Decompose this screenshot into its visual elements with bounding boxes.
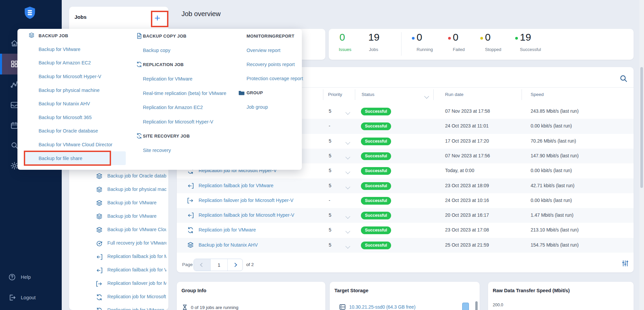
jobs-tree-item-label[interactable]: Backup job for physical machine: [107, 187, 166, 192]
menu-item-job-group[interactable]: Job group: [238, 100, 305, 114]
status-filter-chevron-icon[interactable]: [425, 93, 428, 99]
column-settings-icon[interactable]: [621, 259, 629, 267]
jobs-tree-item-label[interactable]: Backup job for VMware: [107, 213, 166, 219]
menu-item-label[interactable]: Backup for Oracle database: [39, 128, 98, 134]
menu-item-replication-for-amazon-ec2[interactable]: Replication for Amazon EC2: [136, 100, 246, 115]
jobs-tree-item[interactable]: Backup job for VMware: [69, 210, 168, 223]
priority-value[interactable]: 5: [329, 227, 337, 232]
help-icon[interactable]: [8, 273, 16, 281]
jobs-tree-item-label[interactable]: Backup job for Oracle database: [107, 173, 166, 178]
jobs-tree-item[interactable]: Full recovery job for VMware Cloud: [69, 237, 168, 250]
menu-item-label[interactable]: Backup for Nutanix AHV: [39, 101, 90, 106]
menu-item-label[interactable]: Backup for Amazon EC2: [39, 60, 91, 65]
jobs-tree-item-label[interactable]: Replication failback job for VMware: [107, 267, 166, 272]
jobs-tree-item-label[interactable]: Replication failover job for Microsoft: [107, 280, 166, 286]
next-page-button[interactable]: [227, 259, 242, 271]
priority-chevron-icon[interactable]: [346, 109, 350, 115]
menu-item-backup-copy[interactable]: Backup copy: [136, 43, 246, 58]
priority-value[interactable]: 5: [329, 212, 337, 218]
priority-chevron-icon[interactable]: [346, 139, 350, 145]
menu-item-real-time-replication-beta-for-vmware[interactable]: Real-time replication (beta) for VMware: [136, 86, 246, 100]
menu-item-label[interactable]: Replication for Amazon EC2: [143, 105, 203, 110]
job-name-link[interactable]: Replication job for VMware: [199, 227, 256, 232]
jobs-tree-item-label[interactable]: Replication failback job for Microsoft: [107, 254, 166, 259]
status-badge: Successful: [361, 138, 391, 145]
priority-value[interactable]: 5: [329, 153, 337, 158]
priority-value[interactable]: -: [329, 198, 337, 203]
menu-item-overview-report[interactable]: Overview report: [238, 43, 305, 57]
menu-item-label[interactable]: Job group: [247, 104, 268, 110]
storage-scrollbar[interactable]: [475, 301, 478, 310]
job-name-link[interactable]: Replication failover job for Microsoft H…: [199, 198, 293, 203]
priority-value[interactable]: 5: [329, 108, 337, 114]
jobs-tree-item-label[interactable]: Backup job for VMware Cloud Director: [107, 227, 166, 232]
jobs-tree-item[interactable]: Replication job for VMware: [69, 304, 168, 310]
priority-chevron-icon[interactable]: [346, 154, 350, 160]
logout-button[interactable]: Logout: [21, 295, 36, 300]
search-icon[interactable]: [619, 74, 628, 83]
jobs-tree-item-label[interactable]: Replication job for VMware: [107, 307, 166, 310]
priority-value[interactable]: 5: [329, 138, 337, 144]
menu-item-replication-for-vmware[interactable]: Replication for VMware: [136, 72, 246, 86]
column-header-speed[interactable]: Speed: [531, 92, 544, 97]
jobs-tree-item-label[interactable]: Backup job for VMware: [107, 200, 166, 205]
menu-item-replication-for-microsoft-hyper-v[interactable]: Replication for Microsoft Hyper-V: [136, 115, 246, 129]
menu-item-label[interactable]: Backup for Microsoft Hyper-V: [39, 74, 101, 79]
priority-chevron-icon[interactable]: [346, 228, 350, 234]
menu-item-label[interactable]: Site recovery: [143, 148, 171, 153]
page-input[interactable]: 1: [211, 259, 227, 271]
group-info-card: Group Info 0 of 19 jobs are running: [177, 282, 325, 310]
priority-chevron-icon[interactable]: [346, 184, 350, 190]
column-header-status[interactable]: Status: [362, 92, 374, 97]
column-header-priority[interactable]: Priority: [328, 92, 342, 97]
menu-item-label[interactable]: Backup for VMware Cloud Director: [39, 142, 112, 147]
menu-item-label[interactable]: Real-time replication (beta) for VMware: [143, 91, 226, 96]
menu-item-label[interactable]: Recovery points report: [247, 62, 295, 67]
menu-item-backup-for-vmware-cloud-director[interactable]: Backup for VMware Cloud Director: [25, 138, 126, 152]
jobs-tree-item-label[interactable]: Full recovery job for VMware Cloud: [107, 240, 166, 246]
jobs-tree-item[interactable]: Replication failover job for Microsoft: [69, 277, 168, 291]
menu-item-site-recovery[interactable]: Site recovery: [136, 143, 246, 158]
menu-item-backup-for-microsoft-365[interactable]: Backup for Microsoft 365: [25, 111, 126, 124]
priority-chevron-icon[interactable]: [346, 213, 350, 219]
jobs-tree-item[interactable]: Backup job for physical machine: [69, 183, 168, 197]
menu-item-label[interactable]: Backup for VMware: [39, 47, 80, 52]
priority-chevron-icon[interactable]: [346, 169, 350, 175]
menu-item-label[interactable]: Backup copy: [143, 48, 170, 53]
jobs-tree-item[interactable]: Backup job for VMware: [69, 197, 168, 210]
window-scrollbar-thumb[interactable]: [640, 67, 643, 188]
jobs-tree-item[interactable]: Replication failback job for VMware: [69, 264, 168, 277]
help-button[interactable]: Help: [21, 274, 31, 280]
priority-value[interactable]: 5: [329, 168, 337, 173]
menu-item-label[interactable]: Protection coverage report: [247, 76, 303, 81]
menu-item-backup-for-physical-machine[interactable]: Backup for physical machine: [25, 83, 126, 97]
menu-item-backup-for-microsoft-hyper-v[interactable]: Backup for Microsoft Hyper-V: [25, 70, 126, 84]
jobs-tree-item-label[interactable]: Replication job for Microsoft Hyper-V: [107, 294, 166, 299]
prev-page-button[interactable]: [194, 259, 211, 271]
logout-icon[interactable]: [8, 294, 16, 302]
menu-item-backup-for-nutanix-ahv[interactable]: Backup for Nutanix AHV: [25, 97, 126, 111]
priority-value[interactable]: 5: [329, 183, 337, 188]
menu-item-recovery-points-report[interactable]: Recovery points report: [238, 57, 305, 71]
job-name-link[interactable]: Replication failback job for Microsoft H…: [199, 212, 294, 218]
menu-item-label[interactable]: Replication for Microsoft Hyper-V: [143, 119, 213, 124]
job-name-link[interactable]: Replication failback job for VMware: [199, 183, 273, 188]
menu-item-backup-for-oracle-database[interactable]: Backup for Oracle database: [25, 124, 126, 138]
jobs-tree-item[interactable]: Replication failback job for Microsoft: [69, 250, 168, 264]
menu-item-protection-coverage-report[interactable]: Protection coverage report: [238, 71, 305, 86]
menu-item-label[interactable]: Backup for Microsoft 365: [39, 115, 92, 120]
jobs-tree-item[interactable]: Backup job for Oracle database: [69, 170, 168, 183]
jobs-tree-item[interactable]: Replication job for Microsoft Hyper-V: [69, 291, 168, 304]
job-name-link[interactable]: Backup job for Nutanix AHV: [199, 242, 258, 248]
menu-item-label[interactable]: Backup for physical machine: [39, 88, 100, 93]
menu-item-label[interactable]: Replication for VMware: [143, 76, 193, 82]
column-header-rundate[interactable]: Run date: [445, 92, 464, 97]
menu-item-label[interactable]: Overview report: [247, 48, 280, 53]
priority-chevron-icon[interactable]: [346, 243, 350, 249]
storage-item-link[interactable]: 10.30.21.25-ssd0 (64.3 GB free): [349, 305, 416, 310]
priority-value[interactable]: -: [329, 123, 337, 128]
priority-value[interactable]: 5: [329, 242, 337, 248]
menu-item-backup-for-amazon-ec2[interactable]: Backup for Amazon EC2: [25, 56, 126, 70]
jobs-tree-item[interactable]: Backup job for VMware Cloud Director: [69, 223, 168, 237]
menu-item-backup-for-vmware[interactable]: Backup for VMware: [25, 43, 126, 56]
